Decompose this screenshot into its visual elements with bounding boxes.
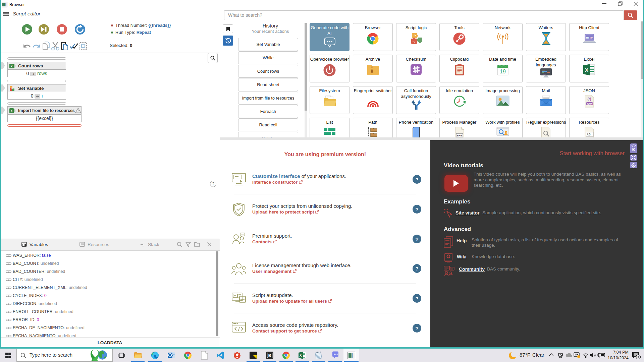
svg-text:B: B [268,353,271,358]
svg-text:JSON: JSON [586,103,592,105]
svg-text:x: x [11,109,13,113]
svg-text:{:}: {:} [587,97,591,101]
svg-text:X: X [585,67,588,73]
svg-text:19: 19 [500,69,506,74]
svg-text:AB|: AB| [586,133,591,136]
svg-text:x: x [11,64,13,68]
svg-text:HTTP: HTTP [586,36,593,39]
svg-text:9: 9 [637,356,639,359]
svg-text:EXE: EXE [457,134,462,137]
svg-text:X: X [300,354,302,357]
